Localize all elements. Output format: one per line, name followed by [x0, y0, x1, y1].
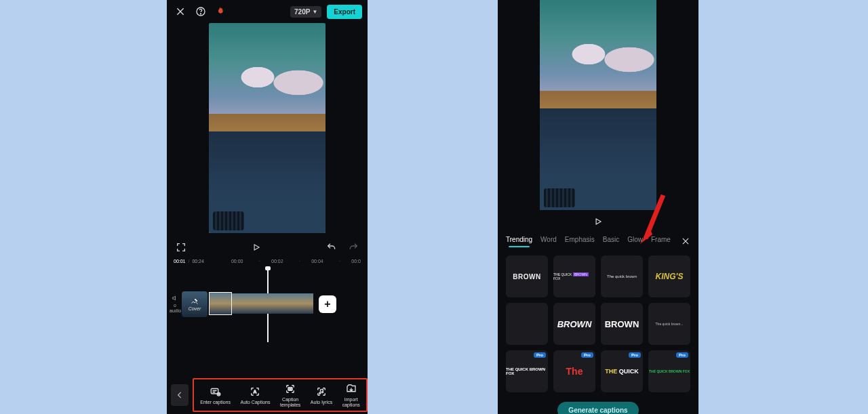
undo-icon[interactable]	[324, 240, 339, 255]
cover-label: Cover	[189, 306, 201, 311]
template-tile[interactable]: ProThe	[553, 350, 595, 392]
enter-captions-button[interactable]: Enter captions	[200, 386, 231, 405]
template-text: THE QUICK	[605, 368, 639, 375]
template-text: BROWN	[557, 319, 592, 329]
template-tile[interactable]: The quick brown...	[648, 303, 690, 345]
editor-topbar: 720P ▼ Export	[167, 0, 368, 23]
clip[interactable]	[252, 293, 273, 314]
template-tile[interactable]: ProTHE QUICK	[601, 350, 643, 392]
svg-point-1	[200, 14, 201, 14]
template-text: The quick brown...	[656, 322, 684, 326]
clip-strip[interactable]	[209, 293, 313, 315]
tab-trending[interactable]: Trending	[506, 236, 532, 247]
svg-text:CC: CC	[288, 388, 292, 391]
preview-controls	[167, 233, 368, 256]
template-text: The	[566, 366, 583, 377]
clip[interactable]	[209, 292, 232, 315]
template-text: THE QUICK BROWN FOX	[506, 367, 548, 375]
bottom-toolbar: Enter captions A Auto Captions CC Captio…	[167, 376, 368, 414]
generate-captions-button[interactable]: Generate captions	[557, 402, 638, 414]
tab-basic[interactable]: Basic	[603, 236, 619, 247]
audio-toggle[interactable]: o audio	[170, 295, 180, 313]
template-grid: BROWN THE QUICK BROWN FOX The quick brow…	[498, 251, 698, 399]
time-duration: 00:24	[192, 259, 204, 264]
export-button[interactable]: Export	[327, 5, 362, 19]
tool-label: Auto Captions	[241, 400, 271, 405]
tool-label: Auto lyrics	[311, 400, 332, 405]
time-tick: 00:02	[271, 259, 283, 264]
caption-templates-button[interactable]: CC Caption templates	[280, 383, 300, 407]
play-icon[interactable]	[591, 214, 606, 229]
time-tick: 00:04	[311, 259, 323, 264]
tool-label: Import captions	[342, 397, 360, 407]
audio-toggle-label: o audio	[170, 303, 180, 313]
template-text: BROWN	[513, 273, 540, 281]
template-text: BROWN	[605, 319, 639, 329]
video-preview[interactable]	[540, 0, 656, 210]
editor-screen: 720P ▼ Export 00:01 / 00:24 00	[167, 0, 368, 414]
tool-label: Enter captions	[200, 400, 231, 405]
chevron-down-icon: ▼	[312, 9, 317, 15]
template-text: THE QUICK BROWN FOX	[649, 369, 690, 373]
help-icon[interactable]	[193, 3, 209, 20]
template-tile[interactable]	[506, 303, 548, 345]
video-preview[interactable]	[209, 23, 326, 233]
caption-toolbar-highlight: Enter captions A Auto Captions CC Captio…	[193, 378, 368, 412]
template-text: The quick brown	[607, 274, 637, 278]
template-text: KING'S	[656, 272, 684, 281]
template-tile[interactable]: BROWN	[506, 255, 548, 297]
tab-glow[interactable]: Glow	[627, 236, 643, 247]
svg-point-8	[321, 391, 323, 392]
svg-point-7	[319, 392, 321, 394]
redo-icon[interactable]	[346, 240, 361, 255]
add-clip-button[interactable]: +	[319, 295, 336, 313]
pro-badge: Pro	[629, 352, 641, 358]
add-icon: +	[324, 298, 330, 310]
tab-word[interactable]: Word	[540, 236, 557, 247]
auto-lyrics-button[interactable]: Auto lyrics	[311, 386, 332, 405]
template-tabs: Trending Word Emphasis Basic Glow Frame	[498, 236, 698, 251]
cover-button[interactable]: Cover	[182, 291, 208, 317]
tab-frame[interactable]: Frame	[651, 236, 671, 247]
svg-text:A: A	[254, 390, 257, 394]
flame-icon[interactable]	[213, 5, 226, 18]
time-tick: 00:0	[351, 259, 361, 264]
tool-label: Caption templates	[280, 397, 300, 407]
tab-emphasis[interactable]: Emphasis	[565, 236, 595, 247]
pro-badge: Pro	[581, 352, 593, 358]
play-icon[interactable]	[249, 240, 264, 255]
svg-rect-2	[211, 388, 218, 394]
pro-badge: Pro	[676, 352, 688, 358]
time-tick: 00:00	[231, 259, 243, 264]
templates-screen: Trending Word Emphasis Basic Glow Frame …	[498, 0, 698, 414]
fullscreen-icon[interactable]	[174, 240, 189, 255]
clip[interactable]	[232, 293, 252, 314]
pro-badge: Pro	[534, 352, 546, 358]
close-icon[interactable]	[172, 3, 189, 20]
resolution-selector[interactable]: 720P ▼	[290, 6, 321, 18]
template-text: THE QUICK BROWN FOX	[553, 272, 595, 281]
template-tile[interactable]: ProTHE QUICK BROWN FOX	[648, 350, 690, 392]
template-tile[interactable]: BROWN	[553, 303, 595, 345]
template-tile[interactable]: KING'S	[648, 255, 690, 297]
time-current: 00:01	[174, 259, 186, 264]
timeline[interactable]: o audio Cover +	[167, 268, 368, 342]
auto-captions-button[interactable]: A Auto Captions	[241, 386, 271, 405]
import-captions-button[interactable]: Import captions	[342, 383, 360, 407]
close-icon[interactable]	[681, 236, 690, 247]
template-tile[interactable]: THE QUICK BROWN FOX	[553, 255, 595, 297]
resolution-label: 720P	[294, 8, 310, 16]
template-tile[interactable]: ProTHE QUICK BROWN FOX	[506, 350, 548, 392]
clip[interactable]	[293, 293, 313, 314]
template-tile[interactable]: The quick brown	[601, 255, 643, 297]
template-tile[interactable]: BROWN	[601, 303, 643, 345]
clip[interactable]	[273, 293, 293, 314]
back-button[interactable]	[171, 384, 189, 406]
